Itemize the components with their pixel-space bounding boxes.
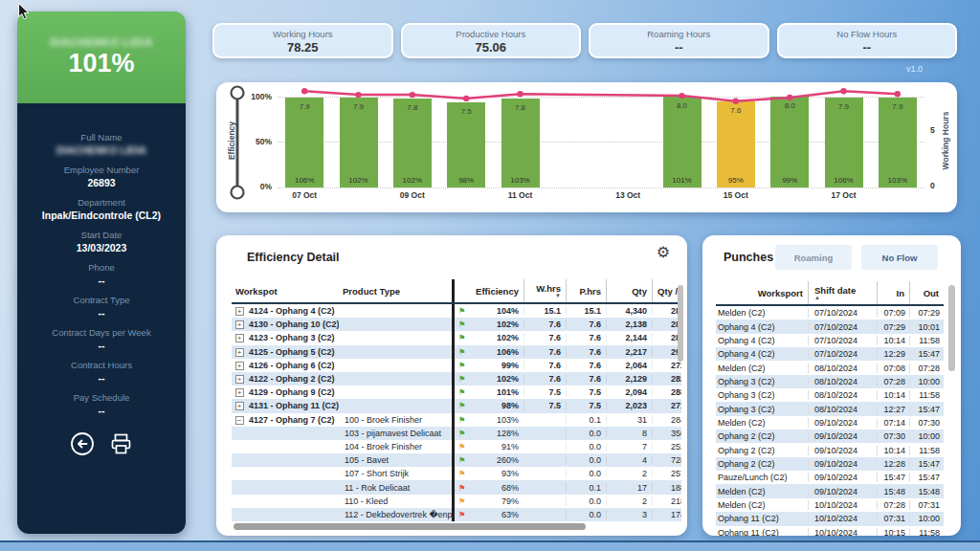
expand-icon[interactable]: + [235,388,244,397]
expand-icon[interactable]: + [235,362,244,370]
cell-out: 11:58 [909,390,944,400]
cell-phrs: 7.6 [566,374,606,384]
table-row[interactable]: +4131 - Ophang 11 (C2)⚑98%7.57.52,023271 [232,399,681,412]
vertical-scrollbar[interactable] [948,285,955,371]
table-row[interactable]: Ophang 2 (C2)09/10/202407:3010:00 [716,430,944,443]
gear-icon[interactable]: ⚙ [657,243,670,261]
table-row[interactable]: 110 - Kleed⚑79%0.02218 [232,495,681,508]
column-header-efficiency[interactable]: Efficiency [455,279,523,302]
column-header-qty[interactable]: Qty [606,279,652,302]
cell-qty: 2,138 [606,320,652,329]
horizontal-scrollbar[interactable] [234,523,586,530]
table-row[interactable]: Ophang 11 (C2)10/10/202410:1511:58 [716,526,944,537]
cell-efficiency: ⚑101% [455,387,523,397]
cell-qty: 4 [606,455,652,465]
column-header-phrs[interactable]: P.hrs [566,279,606,302]
cell-out: 15:48 [909,487,944,496]
table-row[interactable]: Ophang 3 (C2)08/10/202412:2715:47 [716,402,944,415]
table-row[interactable]: Ophang 11 (C2)10/10/202407:3110:00 [716,512,944,525]
column-header-whrs[interactable]: W.hrs▼ [523,279,566,302]
chart-bar[interactable]: 7.9106% [285,98,323,187]
expand-icon[interactable]: + [235,334,244,342]
column-header-in[interactable]: In [877,281,909,304]
mouse-cursor [17,3,31,20]
chart-bar[interactable]: 7.695% [717,101,755,187]
chart-bar[interactable]: 7.9103% [879,98,917,187]
table-row[interactable]: +4122 - Ophang 2 (C2)⚑102%7.67.62,129282 [232,372,681,386]
flag-icon: ⚑ [458,306,466,316]
no-flow-button[interactable]: No Flow [861,245,938,270]
expand-icon[interactable]: + [235,375,244,384]
table-row[interactable]: Melden (C2)09/10/202407:1407:30 [716,416,944,430]
vertical-scrollbar[interactable] [678,285,683,362]
cell-qty: 3 [606,510,652,519]
table-row[interactable]: Ophang 2 (C2)09/10/202410:1411:58 [716,443,944,456]
chart-bar[interactable]: 7.9102% [340,98,378,187]
table-row[interactable]: Ophang 3 (C2)08/10/202407:2810:00 [716,375,944,388]
column-header-worksport[interactable]: Worksport [716,281,808,304]
table-row[interactable]: +4124 - Ophang 4 (C2)⚑104%15.115.14,3402… [232,304,681,318]
flag-icon: ⚑ [458,347,466,357]
cell-in: 12:27 [877,405,909,414]
expand-icon[interactable]: + [235,320,244,329]
bar-efficiency-label: 103% [501,176,540,185]
cell-qty: 2,023 [606,401,652,410]
table-row[interactable]: Ophang 4 (C2)07/10/202412:2915:47 [716,347,944,361]
table-row[interactable]: +4125 - Ophang 5 (C2)⚑106%7.67.62,217293 [232,345,681,359]
table-row[interactable]: 107 - Short Strijk⚑93%0.02257 [232,467,681,480]
cell-whrs: 7.6 [523,374,566,384]
expand-icon[interactable]: + [235,402,244,410]
table-row[interactable]: +4130 - Ophang 10 (C2)⚑102%7.67.62,13828… [232,318,681,331]
table-row[interactable]: −4127 - Ophang 7 (C2)100 - Broek Finishe… [232,413,681,427]
table-row[interactable]: 105 - Bavet⚑260%0.04728 [232,453,681,467]
expand-icon[interactable]: + [235,307,244,316]
table-row[interactable]: Melden (C2)07/10/202407:0907:29 [716,306,944,320]
kpi-card: No Flow Hours-- [777,23,958,58]
cell-qty-phrs: 174 [652,510,681,519]
chart-bar[interactable]: 7.598% [447,102,485,187]
cell-in: 15:47 [877,473,909,482]
cell-qty-phrs: 218 [652,496,681,506]
column-header-workspot[interactable]: Workspot [232,279,339,302]
table-row[interactable]: Ophang 2 (C2)09/10/202412:2815:47 [716,457,944,471]
table-row[interactable]: 11 - Rok Delicaat⚑68%0.117188 [232,480,681,494]
chart-bar[interactable]: 7.8102% [393,99,432,187]
cell-qty-phrs: 257 [652,469,681,478]
cell-shift-date: 08/10/2024 [808,405,877,414]
column-header-out[interactable]: Out [909,281,944,304]
table-row[interactable]: Melden (C2)10/10/202407:2807:31 [716,498,944,512]
sort-desc-icon: ▼ [555,294,561,298]
print-icon[interactable] [108,431,134,456]
column-header-product-type[interactable]: Product Type [339,279,452,302]
table-row[interactable]: Melden (C2)08/10/202407:0807:28 [716,361,944,374]
table-row[interactable]: 103 - pijamavest Delicaat⚑128%0.08356 [232,427,681,440]
cell-in: 15:48 [877,487,909,496]
table-row[interactable]: Pauze/Lunch (C2)09/10/202415:4715:47 [716,471,944,484]
table-row[interactable]: +4123 - Ophang 3 (C2)⚑102%7.67.62,144282 [232,331,681,344]
y-tick-50: 50% [243,137,272,146]
punches-title: Punches [724,251,773,264]
chart-bar[interactable]: 7.8103% [501,99,540,187]
expand-icon[interactable]: + [235,348,244,357]
collapse-icon[interactable]: − [235,416,244,425]
table-row[interactable]: +4126 - Ophang 6 (C2)⚑99%7.67.62,064272 [232,359,681,372]
table-row[interactable]: +4129 - Ophang 9 (C2)⚑101%7.57.52,094288 [232,386,681,399]
chart-bar[interactable]: 7.9106% [825,98,863,187]
x-axis-label: 07 Oct [278,190,331,200]
chart-plot: 7.9106%7.9102%7.8102%7.598%7.8103%8.0101… [278,92,924,187]
chart-bar[interactable]: 8.099% [770,97,809,187]
roaming-button[interactable]: Roaming [775,245,852,270]
cell-workspot: 4123 - Ophang 3 (C2) [247,333,339,342]
back-icon[interactable] [70,431,95,456]
chart-bar[interactable]: 8.0101% [663,97,702,187]
cell-worksport: Ophang 4 (C2) [716,336,808,345]
table-row[interactable]: 104 - Broek Finisher⚑91%0.07252 [232,440,681,453]
table-row[interactable]: 112 - Dekbedovertrek �enpers.⚑63%0.03174 [232,508,681,521]
column-header-shift-date[interactable]: Shift date▲ [808,281,877,304]
table-row[interactable]: Melden (C2)09/10/202415:4815:48 [716,484,944,497]
table-row[interactable]: Ophang 3 (C2)08/10/202410:1411:58 [716,388,944,402]
kpi-card: Productive Hours75.06 [401,23,582,58]
table-row[interactable]: Ophang 4 (C2)07/10/202410:1411:58 [716,334,944,347]
cell-qty: 31 [606,415,652,425]
table-row[interactable]: Ophang 4 (C2)07/10/202407:2910:01 [716,320,944,333]
